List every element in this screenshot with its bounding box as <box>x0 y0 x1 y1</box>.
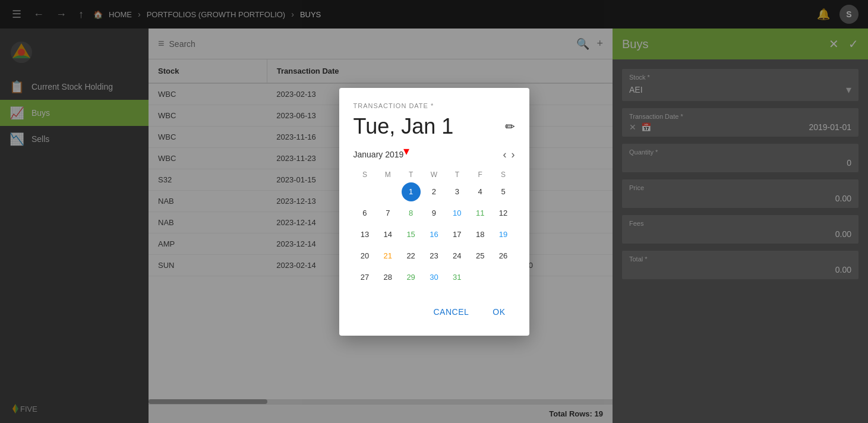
calendar-day-header: F <box>469 168 492 181</box>
modal-actions: CANCEL OK <box>353 298 515 321</box>
calendar-grid: SMTWTFS <box>353 168 515 181</box>
calendar-day[interactable]: 27 <box>355 268 374 287</box>
modal-date-text: Tue, Jan 1 <box>353 114 454 139</box>
month-dropdown-icon: ▾ <box>406 149 416 161</box>
date-picker-modal: TRANSACTION DATE * Tue, Jan 1 ✏ January … <box>339 88 529 336</box>
calendar-day-header: S <box>353 168 377 181</box>
calendar-day-header: M <box>376 168 399 181</box>
calendar-day[interactable]: 1 <box>402 182 421 201</box>
calendar-day[interactable]: 7 <box>378 204 397 223</box>
prev-month-button[interactable]: ‹ <box>503 149 507 161</box>
calendar-day[interactable]: 19 <box>494 225 513 244</box>
modal-date-label: TRANSACTION DATE * <box>353 102 515 109</box>
calendar-day[interactable]: 12 <box>494 204 513 223</box>
calendar-day[interactable]: 26 <box>494 247 513 266</box>
calendar-day[interactable]: 30 <box>424 268 443 287</box>
calendar-day[interactable]: 14 <box>378 225 397 244</box>
modal-overlay[interactable]: TRANSACTION DATE * Tue, Jan 1 ✏ January … <box>0 0 868 423</box>
calendar-day[interactable]: 18 <box>471 225 490 244</box>
calendar-day[interactable]: 5 <box>494 182 513 201</box>
calendar-day[interactable]: 25 <box>471 247 490 266</box>
calendar-day-header: S <box>492 168 515 181</box>
next-month-button[interactable]: › <box>512 149 515 161</box>
calendar-day[interactable]: 3 <box>447 182 466 201</box>
calendar-day-header: W <box>422 168 446 181</box>
calendar-nav: ‹ › <box>503 149 515 161</box>
calendar-day[interactable]: 8 <box>402 204 421 223</box>
calendar-day[interactable]: 24 <box>447 247 466 266</box>
month-year-text: January 2019 <box>353 150 404 159</box>
calendar-empty-cell <box>471 268 490 287</box>
calendar-day[interactable]: 16 <box>424 225 443 244</box>
calendar-day[interactable]: 13 <box>355 225 374 244</box>
cancel-button[interactable]: CANCEL <box>424 302 478 321</box>
calendar-empty-cell <box>355 182 374 201</box>
calendar-empty-cell <box>494 268 513 287</box>
calendar-day[interactable]: 9 <box>424 204 443 223</box>
calendar-day[interactable]: 15 <box>402 225 421 244</box>
calendar-day[interactable]: 29 <box>402 268 421 287</box>
calendar-day[interactable]: 6 <box>355 204 374 223</box>
calendar-day-header: T <box>399 168 422 181</box>
calendar-day[interactable]: 4 <box>471 182 490 201</box>
calendar-day[interactable]: 20 <box>355 247 374 266</box>
calendar-day[interactable]: 23 <box>424 247 443 266</box>
calendar-empty-cell <box>378 182 397 201</box>
calendar-day[interactable]: 17 <box>447 225 466 244</box>
calendar-day[interactable]: 11 <box>471 204 490 223</box>
calendar-days: 1234567891011121314151617181920212223242… <box>353 181 515 288</box>
calendar-day[interactable]: 22 <box>402 247 421 266</box>
ok-button[interactable]: OK <box>483 302 515 321</box>
calendar-day[interactable]: 2 <box>424 182 443 201</box>
modal-edit-icon[interactable]: ✏ <box>505 119 515 134</box>
calendar-day[interactable]: 31 <box>447 268 466 287</box>
modal-date-display: Tue, Jan 1 ✏ <box>353 114 515 139</box>
calendar-day-header: T <box>446 168 469 181</box>
calendar-day[interactable]: 21 <box>378 247 397 266</box>
calendar-day[interactable]: 10 <box>447 204 466 223</box>
month-year-selector[interactable]: January 2019 ▾ <box>353 149 417 161</box>
calendar-header: January 2019 ▾ ‹ › <box>353 149 515 161</box>
calendar-day[interactable]: 28 <box>378 268 397 287</box>
